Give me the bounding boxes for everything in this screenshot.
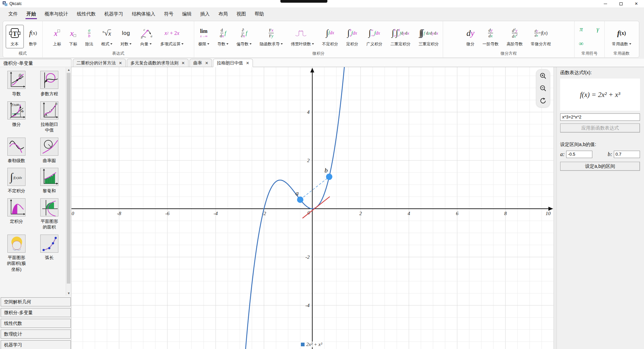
sidebar-item-平面图形的面积[interactable]: 平面图形的面积	[39, 198, 60, 230]
improper-integral-icon: ∫∞-∞fdx	[369, 26, 380, 40]
ribbon-button-高阶导数[interactable]: d2ydx2高阶导数	[504, 25, 526, 48]
sb-differential-icon: f'(x)dxdy	[7, 101, 25, 119]
sidebar-header: 微积分-单变量	[0, 59, 71, 67]
sidebar-category-空间解析几何[interactable]: 空间解析几何	[1, 297, 71, 306]
ribbon-button-二重定积分[interactable]: ∫ba∫dcfdydx二重定积分	[388, 25, 413, 48]
sidebar-category-数理统计[interactable]: 数理统计	[1, 330, 71, 339]
scroll-down-icon[interactable]: ▼	[66, 291, 71, 296]
ribbon-button-常用函数[interactable]: f(x)常用函数	[609, 25, 634, 48]
sidebar-item-黎曼和[interactable]: 黎曼和	[40, 168, 58, 194]
infinity-symbol[interactable]: ∞	[577, 40, 586, 48]
menu-item-概率与统计[interactable]: 概率与统计	[40, 7, 72, 20]
sb-indefinite-icon: ∫f(x)dx	[7, 168, 25, 186]
b-input[interactable]	[614, 151, 640, 158]
ribbon-button-隐函数求导[interactable]: FxFy隐函数求导	[257, 25, 285, 48]
ribbon-button-偏导数[interactable]: ∂∂xf偏导数	[234, 25, 254, 48]
derivative-op-icon: ddxf	[220, 26, 226, 40]
plot-vertical-scrollbar[interactable]	[553, 67, 557, 349]
tab-close-icon[interactable]: ✕	[246, 61, 249, 65]
ribbon-button-数学[interactable]: f(x)数学	[26, 25, 40, 48]
vector-icon: cab	[140, 26, 152, 40]
ribbon-group-微积分: limx→∞极限ddxf导数∂∂xf偏导数FxFy隐函数求导傅里叶级数∫fdx不…	[194, 21, 443, 57]
scrollbar-thumb[interactable]	[67, 73, 70, 284]
reset-view-button[interactable]	[538, 96, 548, 106]
menu-item-布局[interactable]: 布局	[214, 7, 232, 20]
gamma-symbol[interactable]: γ	[595, 25, 601, 33]
sidebar-item-参数方程[interactable]: 参数方程	[40, 71, 58, 97]
ribbon-button-label: 一阶导数	[483, 41, 499, 47]
ribbon-button-文本[interactable]: T文本	[6, 25, 24, 48]
menu-item-符号[interactable]: 符号	[160, 7, 178, 20]
expression-input[interactable]	[560, 113, 640, 121]
svg-text:A: A	[45, 113, 47, 117]
set-interval-button[interactable]: 设定a,b的区间	[560, 162, 640, 171]
plot-canvas[interactable]: -10-8-6-4-2246810-4-2240ab 2x² + x³	[71, 67, 553, 349]
ribbon-button-定积分[interactable]: ∫bafdx定积分	[343, 25, 361, 48]
minimize-icon	[604, 4, 607, 4]
tab-曲率[interactable]: 曲率✕	[190, 59, 212, 67]
tab-close-icon[interactable]: ✕	[181, 61, 185, 65]
menu-item-编辑[interactable]: 编辑	[178, 7, 196, 20]
ribbon-button-导数[interactable]: ddxf导数	[215, 25, 231, 48]
tab-close-icon[interactable]: ✕	[205, 61, 208, 65]
sidebar-item-定积分[interactable]: 定积分	[7, 198, 25, 230]
function-plot[interactable]: -10-8-6-4-2246810-4-2240ab	[71, 67, 553, 349]
ribbon-button-常微分方程[interactable]: dydx=f(x)常微分方程	[528, 25, 554, 48]
pi-symbol[interactable]: π	[578, 25, 585, 33]
menu-item-机器学习[interactable]: 机器学习	[100, 7, 127, 20]
ribbon-button-label: 上标	[53, 41, 61, 47]
sidebar-item-平面图形的面积(极坐标)[interactable]: 平面图形的面积(极坐标)	[6, 235, 27, 272]
ribbon-button-除法[interactable]: ab除法	[83, 25, 96, 48]
sidebar-item-微分[interactable]: f'(x)dxdy微分	[7, 101, 25, 133]
sidebar-item-label: 黎曼和	[43, 188, 56, 194]
tab-close-icon[interactable]: ✕	[119, 61, 122, 65]
sidebar-category-线性代数[interactable]: 线性代数	[1, 319, 71, 328]
sidebar-item-拉格朗日中值[interactable]: AB拉格朗日中值	[39, 101, 60, 133]
ribbon-button-一阶导数[interactable]: dydx一阶导数	[480, 25, 501, 48]
sidebar-item-不定积分[interactable]: ∫f(x)dx不定积分	[7, 168, 25, 194]
sidebar-category-微积分-多变量[interactable]: 微积分-多变量	[1, 308, 71, 317]
ribbon-button-三重定积分[interactable]: ∫∫∫f dzdydx三重定积分	[416, 25, 441, 48]
sidebar-item-泰勒级数[interactable]: 泰勒级数	[7, 138, 25, 164]
zoom-out-button[interactable]	[538, 83, 548, 93]
ribbon-button-傅里叶级数[interactable]: 傅里叶级数	[288, 25, 317, 48]
ribbon-button-微分[interactable]: dy微分	[464, 25, 477, 48]
ribbon-button-label: 高阶导数	[507, 41, 523, 47]
chevron-down-icon	[629, 43, 631, 45]
menu-item-文件[interactable]: 文件	[4, 7, 22, 20]
sidebar-item-label: 导数	[12, 91, 21, 97]
tab-多元复合函数的求导法则[interactable]: 多元复合函数的求导法则✕	[127, 59, 189, 67]
ribbon-button-不定积分[interactable]: ∫fdx不定积分	[319, 25, 341, 48]
apply-expression-button[interactable]: 应用新函数表达式	[560, 123, 640, 133]
menu-item-帮助[interactable]: 帮助	[250, 7, 268, 20]
ribbon-button-上标[interactable]: x上标	[50, 25, 64, 48]
ribbon-button-向量[interactable]: cab向量	[137, 25, 155, 48]
sidebar-category-机器学习[interactable]: 机器学习	[1, 340, 71, 349]
ode-icon: dydx=f(x)	[534, 26, 548, 40]
sidebar-item-曲率圆[interactable]: 曲率圆	[40, 138, 58, 164]
menu-item-结构体输入[interactable]: 结构体输入	[127, 7, 160, 20]
ribbon-button-根式[interactable]: n√x根式	[99, 25, 115, 48]
menu-item-开始[interactable]: 开始	[22, 7, 40, 20]
menu-item-视图[interactable]: 视图	[232, 7, 250, 20]
ribbon-button-极限[interactable]: limx→∞极限	[196, 25, 212, 48]
sidebar-item-导数[interactable]: dydx导数	[7, 71, 25, 97]
scroll-up-icon[interactable]: ▲	[66, 67, 71, 72]
ribbon-button-下标[interactable]: x下标	[66, 25, 80, 48]
sidebar-scrollbar[interactable]: ▲ ▼	[66, 67, 71, 296]
menu-item-线性代数[interactable]: 线性代数	[72, 7, 100, 20]
maximize-button[interactable]	[613, 0, 629, 7]
tab-二重积分的计算方法[interactable]: 二重积分的计算方法✕	[73, 59, 126, 67]
sidebar-item-list: dydx导数参数方程f'(x)dxdy微分AB拉格朗日中值泰勒级数曲率圆∫f(x…	[0, 67, 66, 296]
sidebar-item-弧长[interactable]: 弧长	[40, 235, 58, 272]
ribbon-button-多项式运算[interactable]: x2 + 2x多项式运算	[158, 25, 186, 48]
sb-polar-area-icon	[7, 235, 25, 253]
ribbon-button-广义积分[interactable]: ∫∞-∞fdx广义积分	[364, 25, 385, 48]
zoom-in-button[interactable]	[538, 71, 548, 81]
ribbon-button-对数[interactable]: log对数	[118, 25, 134, 48]
close-button[interactable]: ✕	[629, 0, 644, 7]
a-input[interactable]	[566, 151, 592, 158]
tab-拉格朗日中值[interactable]: 拉格朗日中值✕	[213, 59, 253, 67]
menu-item-插入[interactable]: 插入	[196, 7, 214, 20]
minimize-button[interactable]	[598, 0, 613, 7]
